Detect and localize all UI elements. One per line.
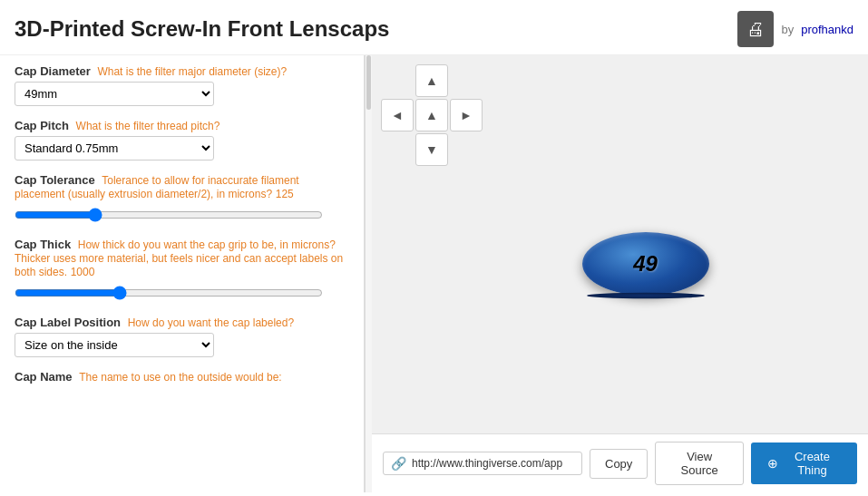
username-link[interactable]: profhankd	[801, 23, 853, 36]
nav-left-button[interactable]: ◄	[381, 99, 414, 131]
nav-empty-2	[450, 64, 483, 97]
lens-cap: 49	[582, 232, 709, 296]
cap-name-desc: The name to use on the outside would be:	[79, 371, 281, 384]
cap-thick-value: 1000	[71, 266, 95, 278]
scroll-thumb	[366, 55, 371, 110]
url-text: http://www.thingiverse.com/app	[412, 457, 562, 470]
cap-diameter-desc: What is the filter major diameter (size)…	[97, 65, 287, 78]
create-thing-button[interactable]: ⊕ Create Thing	[751, 443, 857, 484]
cap-tolerance-slider[interactable]	[15, 208, 323, 222]
cap-tolerance-group: Cap Tolerance Tolerance to allow for ina…	[15, 173, 349, 225]
main-layout: Cap Diameter What is the filter major di…	[0, 55, 868, 492]
cap-pitch-desc: What is the filter thread pitch?	[76, 120, 220, 132]
cap-diameter-label: Cap Diameter	[15, 64, 91, 78]
left-panel: Cap Diameter What is the filter major di…	[0, 55, 365, 492]
nav-empty-1	[381, 64, 414, 97]
cap-label-position-desc: How do you want the cap labeled?	[128, 316, 294, 329]
cap-thick-label-row: Cap Thick How thick do you want the cap …	[15, 238, 349, 278]
avatar: 🖨	[737, 11, 774, 47]
scroll-indicator[interactable]	[365, 55, 372, 492]
cap-thick-group: Cap Thick How thick do you want the cap …	[15, 238, 349, 303]
cap-label-position-label: Cap Label Position	[15, 316, 121, 329]
cap-name-label-row: Cap Name The name to use on the outside …	[15, 370, 349, 384]
bottom-bar: 🔗 http://www.thingiverse.com/app Copy Vi…	[372, 433, 868, 492]
cap-thick-slider[interactable]	[15, 286, 323, 300]
view-source-button[interactable]: View Source	[655, 442, 744, 485]
lens-cap-label: 49	[633, 251, 658, 277]
cap-label-position-select[interactable]: Size on the inside Size on the outside N…	[15, 333, 214, 357]
cap-diameter-select[interactable]: 49mm 52mm 55mm 58mm 62mm 67mm 72mm 77mm …	[15, 82, 214, 106]
nav-empty-4	[450, 133, 483, 166]
left-panel-container: Cap Diameter What is the filter major di…	[0, 55, 372, 492]
cap-name-label: Cap Name	[15, 370, 73, 384]
cap-tolerance-label: Cap Tolerance	[15, 173, 95, 187]
header-right: 🖨 by profhankd	[737, 11, 853, 47]
cap-thick-slider-container	[15, 282, 349, 303]
nav-right-button[interactable]: ►	[450, 99, 483, 131]
viewer-area: ▲ ◄ ▲ ► ▼ 49	[372, 55, 868, 433]
header: 3D-Printed Screw-In Front Lenscaps 🖨 by …	[0, 0, 868, 55]
link-icon: 🔗	[391, 456, 406, 471]
cap-label-position-group: Cap Label Position How do you want the c…	[15, 316, 349, 357]
3d-object: 49	[582, 232, 709, 296]
avatar-icon: 🖨	[746, 19, 765, 40]
create-icon: ⊕	[767, 456, 778, 471]
cap-pitch-label-row: Cap Pitch What is the filter thread pitc…	[15, 119, 349, 132]
cap-thick-label: Cap Thick	[15, 238, 71, 251]
right-panel: ▲ ◄ ▲ ► ▼ 49 🔗 http://www	[372, 55, 868, 492]
cap-pitch-label: Cap Pitch	[15, 119, 69, 132]
cap-name-group: Cap Name The name to use on the outside …	[15, 370, 349, 384]
nav-arrows: ▲ ◄ ▲ ► ▼	[381, 64, 483, 166]
nav-up-button[interactable]: ▲	[415, 64, 448, 97]
cap-tolerance-value: 125	[276, 188, 294, 200]
copy-button[interactable]: Copy	[590, 449, 648, 479]
cap-diameter-label-row: Cap Diameter What is the filter major di…	[15, 64, 349, 78]
cap-pitch-select[interactable]: Standard 0.75mm 0.5mm 1.0mm	[15, 136, 214, 160]
cap-pitch-group: Cap Pitch What is the filter thread pitc…	[15, 119, 349, 160]
cap-tolerance-slider-container	[15, 204, 349, 225]
page-title: 3D-Printed Screw-In Front Lenscaps	[15, 16, 389, 42]
cap-label-position-label-row: Cap Label Position How do you want the c…	[15, 316, 349, 329]
nav-center-button[interactable]: ▲	[415, 99, 448, 131]
nav-down-button[interactable]: ▼	[415, 133, 448, 166]
url-input-container: 🔗 http://www.thingiverse.com/app	[383, 452, 582, 475]
cap-diameter-group: Cap Diameter What is the filter major di…	[15, 64, 349, 106]
by-text: by	[781, 23, 794, 36]
create-label: Create Thing	[784, 450, 841, 477]
cap-tolerance-label-row: Cap Tolerance Tolerance to allow for ina…	[15, 173, 349, 200]
nav-empty-3	[381, 133, 414, 166]
